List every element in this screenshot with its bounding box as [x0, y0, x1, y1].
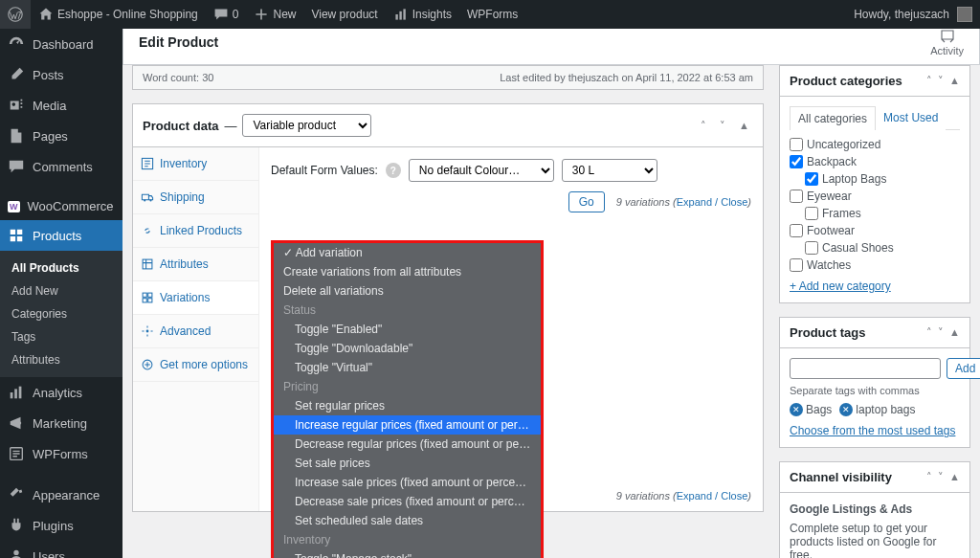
help-icon[interactable]: ? [386, 163, 401, 178]
category-item[interactable]: Eyewear [790, 188, 960, 205]
pd-tab-advanced[interactable]: Advanced [133, 315, 258, 348]
category-checkbox[interactable] [805, 172, 818, 186]
pd-tab-variations[interactable]: Variations [133, 281, 258, 315]
add-new-category[interactable]: + Add new category [790, 279, 891, 293]
pd-tab-inventory[interactable]: Inventory [133, 147, 258, 181]
channel-sub: Google Listings & Ads [790, 502, 960, 516]
bulk-option[interactable]: Set sale prices [274, 454, 541, 473]
sidebar-item-users[interactable]: Users [0, 541, 122, 558]
sidebar-subitem-categories[interactable]: Categories [0, 302, 122, 325]
wpforms-link[interactable]: WPForms [459, 0, 525, 29]
bulk-action-dropdown[interactable]: Add variationCreate variations from all … [271, 240, 544, 558]
panel-up[interactable]: ˄ [926, 471, 932, 483]
bulk-option[interactable]: Toggle "Downloadable" [274, 339, 541, 358]
category-item[interactable]: Laptop Bags [790, 170, 960, 188]
pd-tab-attributes[interactable]: Attributes [133, 248, 258, 281]
bulk-option[interactable]: Set regular prices [274, 396, 541, 415]
panel-down[interactable]: ˅ [716, 120, 729, 132]
sidebar-item-appearance[interactable]: Appearance [0, 480, 122, 510]
category-item[interactable]: Watches [790, 257, 960, 274]
tag-input[interactable] [790, 358, 941, 379]
sidebar-item-analytics[interactable]: Analytics [0, 377, 122, 408]
default-size-select[interactable]: 30 L [562, 159, 657, 182]
panel-up[interactable]: ˄ [926, 75, 932, 87]
tab-all-categories[interactable]: All categories [790, 106, 876, 130]
comments-link[interactable]: 0 [206, 0, 247, 29]
sidebar-item-products[interactable]: Products [0, 220, 122, 251]
sidebar-item-wpforms[interactable]: WPForms [0, 438, 122, 469]
pd-tab-get-more-options[interactable]: Get more options [133, 348, 258, 382]
sidebar-subitem-tags[interactable]: Tags [0, 325, 122, 348]
category-checkbox[interactable] [790, 190, 803, 203]
svg-point-13 [144, 199, 145, 201]
sidebar-item-woocommerce[interactable]: WWooCommerce [0, 192, 122, 220]
go-button[interactable]: Go [568, 191, 605, 212]
panel-down[interactable]: ˅ [938, 471, 944, 483]
bulk-option[interactable]: Decrease sale prices (fixed amount or pe… [274, 492, 541, 511]
tag-chip: ✕Bags [790, 403, 832, 416]
panel-down[interactable]: ˅ [938, 326, 944, 339]
panel-down[interactable]: ˅ [938, 75, 944, 87]
new-content[interactable]: New [246, 0, 303, 29]
tab-most-used[interactable]: Most Used [876, 106, 946, 130]
bulk-option[interactable]: Decrease regular prices (fixed amount or… [274, 435, 541, 454]
svg-rect-4 [11, 392, 13, 398]
panel-toggle[interactable]: ▲ [949, 326, 960, 339]
bulk-option[interactable]: Create variations from all attributes [274, 262, 541, 281]
category-item[interactable]: Footwear [790, 222, 960, 239]
howdy-user[interactable]: Howdy, thejuszach [846, 0, 980, 29]
sidebar-subitem-attributes[interactable]: Attributes [0, 348, 122, 371]
pd-tab-shipping[interactable]: Shipping [133, 181, 258, 214]
sidebar-item-comments[interactable]: Comments [0, 151, 122, 182]
panel-toggle[interactable]: ▲ [949, 471, 960, 483]
sidebar-item-posts[interactable]: Posts [0, 59, 122, 90]
product-data-tabs: InventoryShippingLinked ProductsAttribut… [133, 147, 259, 511]
bulk-option[interactable]: Delete all variations [274, 281, 541, 301]
sidebar-item-plugins[interactable]: Plugins [0, 510, 122, 541]
product-data-panel: Product data — Variable product ˄ ˅ ▲ In… [132, 103, 764, 512]
sidebar-item-pages[interactable]: Pages [0, 121, 122, 151]
category-checkbox[interactable] [805, 207, 818, 220]
category-item[interactable]: Uncategorized [790, 136, 960, 153]
bulk-option[interactable]: Add variation [274, 243, 541, 262]
sidebar-subitem-all-products[interactable]: All Products [0, 257, 122, 279]
expand-close-link-bottom[interactable]: Expand / Close [677, 490, 748, 502]
view-product[interactable]: View product [303, 0, 385, 29]
sidebar-item-marketing[interactable]: Marketing [0, 408, 122, 438]
panel-up[interactable]: ˄ [697, 120, 710, 132]
category-checkbox[interactable] [805, 241, 818, 255]
product-tags-box: Product tags˄˅▲ Add Separate tags with c… [779, 317, 970, 448]
activity-button[interactable]: Activity [930, 29, 964, 56]
svg-rect-15 [143, 259, 152, 269]
wp-logo[interactable] [0, 0, 31, 29]
category-item[interactable]: Frames [790, 205, 960, 222]
sidebar-subitem-add-new[interactable]: Add New [0, 279, 122, 302]
bulk-option[interactable]: Increase regular prices (fixed amount or… [274, 415, 541, 435]
bulk-option[interactable]: Toggle "Manage stock" [274, 549, 541, 558]
category-item[interactable]: Casual Shoes [790, 239, 960, 257]
category-checkbox[interactable] [790, 155, 803, 168]
panel-up[interactable]: ˄ [926, 326, 932, 339]
remove-tag-icon[interactable]: ✕ [839, 403, 853, 416]
category-item[interactable]: Backpack [790, 153, 960, 170]
sidebar-item-dashboard[interactable]: Dashboard [0, 29, 122, 59]
expand-close-link[interactable]: Expand / Close [677, 196, 748, 208]
choose-most-used-tags[interactable]: Choose from the most used tags [790, 424, 960, 437]
bulk-option[interactable]: Increase sale prices (fixed amount or pe… [274, 473, 541, 492]
add-tag-button[interactable]: Add [947, 358, 980, 379]
pd-tab-linked-products[interactable]: Linked Products [133, 214, 258, 248]
category-checkbox[interactable] [790, 258, 803, 272]
bulk-option[interactable]: Toggle "Enabled" [274, 320, 541, 339]
remove-tag-icon[interactable]: ✕ [790, 403, 803, 416]
panel-toggle[interactable]: ▲ [735, 120, 753, 131]
insights-link[interactable]: Insights [386, 0, 459, 29]
product-type-select[interactable]: Variable product [242, 114, 371, 137]
category-checkbox[interactable] [790, 138, 803, 151]
panel-toggle[interactable]: ▲ [949, 75, 960, 87]
sidebar-item-media[interactable]: Media [0, 90, 122, 121]
default-colour-select[interactable]: No default Colour… [409, 159, 554, 182]
bulk-option[interactable]: Toggle "Virtual" [274, 358, 541, 377]
site-name[interactable]: Eshoppe - Online Shopping [31, 0, 206, 29]
category-checkbox[interactable] [790, 224, 803, 237]
bulk-option[interactable]: Set scheduled sale dates [274, 511, 541, 530]
